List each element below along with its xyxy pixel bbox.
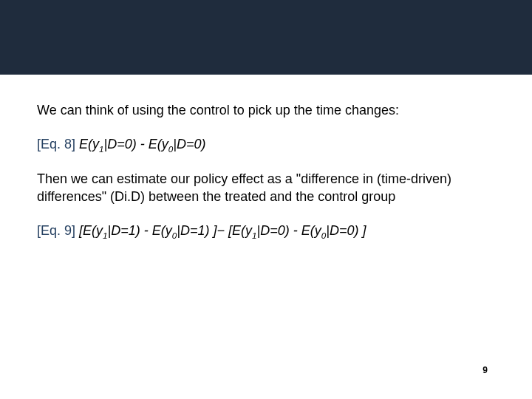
title-bar — [0, 0, 532, 75]
eq9-part-a: [E(y — [79, 223, 103, 238]
slide-content: We can think of using the control to pic… — [0, 75, 532, 239]
eq9-part-d: |D=0) - E(y — [257, 223, 321, 238]
eq8-part-b: |D=0) - E(y — [104, 137, 168, 151]
eq9-label: [Eq. 9] — [37, 223, 75, 238]
equation-8: [Eq. 8] E(y1|D=0) - E(y0|D=0) — [37, 135, 495, 153]
eq9-part-c: |D=1) ]− [E(y — [177, 223, 252, 238]
eq8-part-c: |D=0) — [173, 137, 205, 151]
eq9-part-b: |D=1) - E(y — [108, 223, 172, 238]
intro-text: We can think of using the control to pic… — [37, 103, 399, 117]
equation-9: [Eq. 9] [E(y1|D=1) - E(y0|D=1) ]− [E(y1|… — [37, 222, 495, 239]
did-text: Then we can estimate our policy effect a… — [37, 171, 451, 204]
page-number: 9 — [482, 365, 488, 375]
eq8-part-a: E(y — [79, 137, 99, 151]
did-paragraph: Then we can estimate our policy effect a… — [37, 170, 495, 206]
intro-paragraph: We can think of using the control to pic… — [37, 101, 495, 119]
slide: We can think of using the control to pic… — [0, 0, 532, 399]
eq9-part-e: |D=0) ] — [326, 223, 366, 238]
eq8-label: [Eq. 8] — [37, 137, 75, 151]
